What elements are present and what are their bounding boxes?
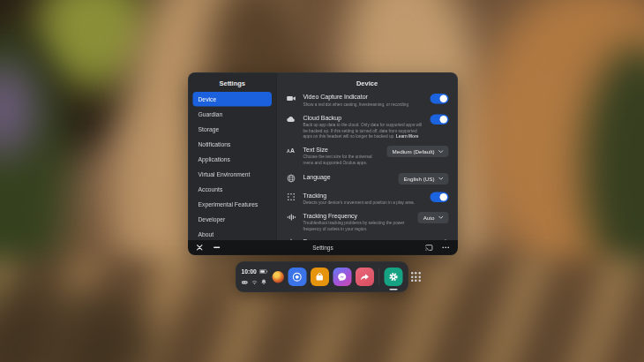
sidebar-item-accounts[interactable]: Accounts — [193, 182, 273, 197]
setting-title: Tracking Frequency — [303, 212, 412, 219]
svg-text:A: A — [287, 148, 290, 154]
messenger-icon[interactable] — [333, 268, 351, 286]
clock: 10:00 — [242, 268, 257, 275]
sharing-icon[interactable] — [356, 268, 374, 286]
sidebar-item-applications[interactable]: Applications — [193, 152, 273, 167]
sidebar-item-developer[interactable]: Developer — [193, 212, 273, 227]
setting-row-text-size: AA Text Size Choose the text size for th… — [286, 146, 449, 165]
setting-row-tracking-frequency: Tracking Frequency Troubleshoot tracking… — [286, 212, 449, 231]
setting-subtitle: Detects your device's movement and posit… — [303, 200, 424, 205]
cloud-backup-toggle[interactable] — [431, 114, 449, 124]
settings-sidebar: Settings Device Guardian Storage Notific… — [189, 73, 277, 241]
tracking-toggle[interactable] — [431, 192, 449, 202]
vr-home-environment: Settings Device Guardian Storage Notific… — [0, 0, 644, 362]
settings-window: Settings Device Guardian Storage Notific… — [188, 72, 458, 255]
sidebar-item-about[interactable]: About — [193, 227, 273, 240]
setting-subtitle: Back up app data to the cloud. Only data… — [303, 122, 424, 139]
cloud-icon — [286, 114, 297, 124]
sidebar-item-experimental-features[interactable]: Experimental Features — [193, 197, 273, 212]
sidebar-item-virtual-environment[interactable]: Virtual Environment — [193, 167, 273, 182]
notifications-bell-icon[interactable] — [261, 278, 266, 286]
battery-icon — [259, 268, 268, 275]
chevron-down-icon — [438, 177, 444, 181]
setting-row-video-capture-indicator: Video Capture Indicator Show a red dot w… — [286, 94, 449, 108]
store-icon[interactable] — [311, 268, 329, 286]
learn-more-link[interactable]: Learn More — [396, 133, 419, 139]
setting-row-cloud-backup: Cloud Backup Back up app data to the clo… — [286, 114, 449, 140]
cast-icon[interactable] — [425, 244, 434, 251]
window-title: Settings — [189, 245, 458, 252]
text-size-dropdown[interactable]: Medium (Default) — [387, 146, 449, 157]
profile-avatar[interactable] — [272, 271, 284, 283]
setting-subtitle: Choose the text size for the universal m… — [303, 155, 381, 166]
universal-menu-dock: 10:00 — [236, 261, 408, 292]
sidebar-title: Settings — [189, 73, 277, 92]
device-settings-pane: Device Video Capture Indicator Show a re… — [277, 73, 458, 241]
setting-subtitle: Troubleshoot tracking problems by select… — [303, 220, 412, 231]
controller-icon — [242, 278, 249, 286]
chevron-down-icon — [438, 216, 444, 220]
video-camera-icon — [286, 94, 297, 103]
app-library-icon[interactable] — [407, 268, 425, 286]
page-title: Device — [286, 73, 449, 88]
window-bottom-bar: Settings — [188, 240, 458, 255]
globe-icon — [286, 173, 297, 183]
tracking-icon — [286, 192, 297, 201]
close-icon[interactable] — [197, 245, 204, 252]
language-dropdown[interactable]: English (US) — [398, 173, 448, 185]
setting-title: Cloud Backup — [303, 114, 424, 121]
status-cluster: 10:00 — [242, 268, 268, 287]
settings-icon[interactable] — [384, 268, 402, 286]
setting-row-tracking: Tracking Detects your device's movement … — [286, 192, 449, 206]
video-capture-indicator-toggle[interactable] — [431, 94, 449, 104]
sidebar-item-notifications[interactable]: Notifications — [193, 137, 273, 152]
svg-text:A: A — [290, 147, 295, 154]
dock-divider — [378, 269, 379, 285]
frequency-icon — [286, 212, 297, 222]
sidebar-item-guardian[interactable]: Guardian — [193, 107, 273, 122]
setting-title: Text Size — [303, 146, 381, 153]
explore-icon[interactable] — [288, 268, 306, 286]
setting-title: Language — [303, 173, 393, 180]
setting-row-language: Language English (US) — [286, 173, 449, 185]
tracking-frequency-dropdown[interactable]: Auto — [418, 212, 449, 223]
minimize-icon[interactable] — [213, 246, 221, 249]
setting-subtitle: Show a red dot when casting, livestreami… — [303, 102, 424, 107]
wifi-icon — [251, 278, 258, 286]
settings-panel: Settings Device Guardian Storage Notific… — [188, 72, 458, 240]
setting-title: Video Capture Indicator — [303, 94, 424, 101]
chevron-down-icon — [438, 150, 444, 154]
sidebar-item-device[interactable]: Device — [193, 92, 273, 107]
sidebar-item-storage[interactable]: Storage — [193, 122, 273, 137]
text-size-icon: AA — [286, 147, 297, 156]
setting-title: Tracking — [303, 192, 424, 199]
more-icon[interactable] — [442, 246, 450, 249]
